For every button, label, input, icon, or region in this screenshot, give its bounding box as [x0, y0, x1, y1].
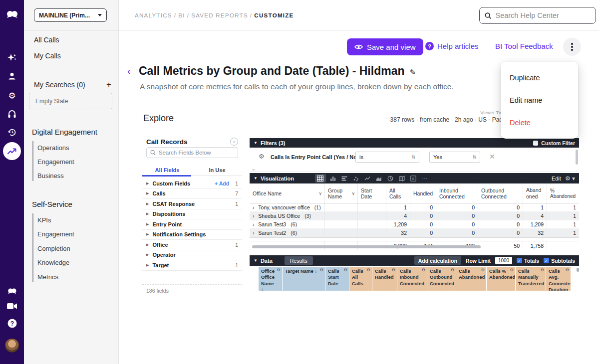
vis-bar-chart-icon[interactable]: [329, 175, 337, 182]
user-avatar[interactable]: [4, 338, 19, 353]
field-group-entry-point[interactable]: ▶Entry Point: [142, 219, 242, 230]
vis-table-icon[interactable]: [315, 174, 326, 182]
expand-caret-icon[interactable]: ▶: [146, 202, 149, 206]
collapse-visualization-icon[interactable]: ▼: [254, 176, 258, 181]
help-icon[interactable]: ?: [0, 319, 24, 328]
chevron-down-icon[interactable]: ∨: [351, 191, 355, 196]
filters-scrollbar[interactable]: [576, 150, 578, 165]
expand-caret-icon[interactable]: ▶: [146, 191, 149, 195]
sidebar-item-my-calls[interactable]: My Calls: [34, 52, 61, 60]
gear-icon[interactable]: ⚙: [566, 268, 569, 273]
gear-icon[interactable]: ⚙: [451, 268, 454, 273]
totals-checkbox[interactable]: ✓Totals: [517, 258, 539, 264]
vis-more-icon[interactable]: ⋯: [421, 175, 429, 182]
chip-inbound-connected[interactable]: Calls Inbound Connected⚙: [397, 267, 427, 291]
vis-map-icon[interactable]: [398, 175, 406, 182]
visualization-bar[interactable]: ▼ Visualization 6 ⋯: [250, 173, 579, 183]
menu-item-delete[interactable]: Delete: [510, 119, 569, 127]
chip-manually-transferred[interactable]: Calls Manually Transferred⚙: [516, 267, 546, 291]
sidebar-item-completion[interactable]: Completion: [37, 245, 70, 252]
expand-caret-icon[interactable]: ▶: [146, 243, 149, 247]
gear-icon[interactable]: ⚙: [344, 268, 347, 273]
custom-filter-checkbox[interactable]: [533, 141, 538, 146]
horizontal-scrollbar[interactable]: [252, 245, 481, 248]
expand-row-icon[interactable]: ›: [253, 230, 254, 236]
fields-search[interactable]: [146, 147, 238, 158]
vis-single-value-icon[interactable]: 6: [409, 175, 418, 182]
sidebar-item-ss-engagement[interactable]: Engagement: [37, 230, 74, 238]
subtotals-checkbox[interactable]: ✓Subtotals: [544, 258, 575, 264]
analytics-active-icon[interactable]: [3, 142, 21, 160]
filter-settings-icon[interactable]: ⚙: [259, 153, 265, 160]
table-row[interactable]: ›Sarun Test2(6) 32 0 0 0 32 1: [250, 229, 579, 237]
office-selector-dropdown[interactable]: MAINLINE (Prim...: [34, 8, 107, 22]
field-group-operator[interactable]: ▶Operator: [142, 250, 242, 261]
chevron-down-icon[interactable]: ∨: [318, 191, 322, 196]
col-pct-abandoned[interactable]: % Abandoned: [547, 183, 579, 203]
help-search-input[interactable]: [495, 11, 591, 19]
add-custom-field-button[interactable]: + Add: [215, 181, 229, 186]
table-row[interactable]: ›Sarun Test3(6) 1,209 0 0 0 1,209 1: [250, 220, 579, 229]
sidebar-item-knowledge[interactable]: Knowledge: [37, 259, 69, 266]
vis-hbar-chart-icon[interactable]: [340, 175, 349, 182]
table-row[interactable]: ›Sheeba US Office(3) 4 0 0 0 4 1: [250, 212, 579, 220]
chip-start-date[interactable]: Calls Start Date⚙: [325, 267, 349, 291]
vis-scatter-icon[interactable]: [352, 175, 360, 182]
col-all-calls[interactable]: All Calls: [386, 183, 410, 203]
menu-item-duplicate[interactable]: Duplicate: [510, 74, 569, 82]
expand-caret-icon[interactable]: ▶: [146, 253, 149, 257]
gear-icon[interactable]: ⚙: [541, 268, 544, 273]
chip-target-name[interactable]: Target Name ↓⚙: [283, 267, 325, 291]
col-abandoned[interactable]: Abandoned: [523, 183, 547, 203]
help-articles-link[interactable]: ? Help articles: [425, 42, 479, 50]
edit-title-icon[interactable]: ✎: [409, 68, 416, 76]
expand-row-icon[interactable]: ›: [253, 213, 254, 219]
field-group-csat-response[interactable]: ▶CSAT Response1: [142, 199, 242, 209]
expand-caret-icon[interactable]: ▶: [146, 232, 149, 236]
expand-caret-icon[interactable]: ▶: [146, 212, 149, 216]
collapse-data-icon[interactable]: ▼: [254, 258, 258, 263]
field-group-notification-settings[interactable]: ▶Notification Settings: [142, 230, 242, 240]
table-row[interactable]: ›Tony, vancouver office(1) 1 0 0 0 1 1: [250, 203, 579, 212]
gear-icon[interactable]: ⚙: [422, 268, 425, 273]
tab-all-fields[interactable]: All Fields: [142, 165, 192, 176]
settings-gear-icon[interactable]: ⚙: [0, 91, 24, 101]
chip-abandoned[interactable]: Calls Abandoned⚙: [456, 267, 486, 291]
save-and-view-button[interactable]: Save and view: [347, 38, 423, 55]
col-office-name[interactable]: Office Name∨: [250, 183, 324, 203]
visualization-settings-icon[interactable]: ⚙ ▾: [565, 175, 575, 182]
fields-search-input[interactable]: [159, 150, 234, 156]
breadcrumb-analytics[interactable]: ANALYTICS: [135, 12, 172, 18]
contacts-icon[interactable]: [0, 72, 24, 81]
expand-row-icon[interactable]: ›: [253, 222, 254, 227]
gear-icon[interactable]: ⚙: [481, 268, 485, 273]
row-limit-input[interactable]: [495, 257, 512, 264]
history-icon[interactable]: [0, 128, 24, 137]
remove-filter-icon[interactable]: ✕: [489, 153, 495, 161]
expand-caret-icon[interactable]: ▶: [146, 263, 149, 267]
chips-scrollbar[interactable]: [577, 268, 579, 272]
gear-icon[interactable]: ⚙: [277, 268, 281, 273]
col-start-date[interactable]: Start Date: [357, 183, 386, 203]
add-calculation-button[interactable]: Add calculation: [414, 256, 461, 265]
ai-sparkle-icon[interactable]: [0, 53, 24, 63]
data-bar[interactable]: ▼ Data Results Add calculation Row Limit…: [250, 255, 579, 266]
bi-tool-feedback-link[interactable]: BI Tool Feedback: [495, 42, 553, 50]
filter-value-select[interactable]: Yes ⇅: [429, 152, 480, 163]
dialpad-logo-icon[interactable]: [0, 10, 24, 19]
expand-caret-icon[interactable]: ▶: [146, 222, 149, 226]
sidebar-item-business[interactable]: Business: [37, 172, 64, 180]
field-group-office[interactable]: ▶Office1: [142, 240, 242, 250]
vis-area-chart-icon[interactable]: [375, 175, 383, 182]
dialpad-mini-logo-icon[interactable]: [0, 288, 24, 295]
help-center-search[interactable]: [479, 7, 596, 24]
gear-icon[interactable]: ⚙: [367, 268, 370, 273]
col-outbound-connected[interactable]: Outbound Connected: [478, 183, 523, 203]
expand-caret-icon[interactable]: ▶: [146, 182, 149, 185]
add-search-button[interactable]: +: [106, 80, 111, 90]
chip-all-calls[interactable]: Calls All Calls⚙: [349, 267, 372, 291]
vis-line-chart-icon[interactable]: [363, 175, 372, 182]
collapse-filters-icon[interactable]: ▼: [254, 141, 258, 145]
col-handled[interactable]: Handled: [410, 183, 436, 203]
video-meetings-icon[interactable]: [0, 303, 24, 310]
